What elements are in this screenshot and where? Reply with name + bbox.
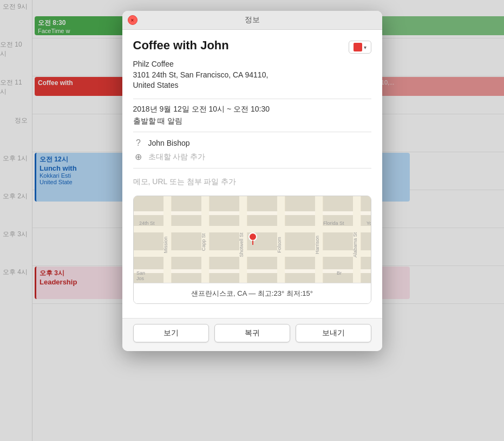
attendee-row: ? John Bishop: [133, 138, 371, 148]
close-icon: ×: [131, 17, 134, 23]
location-line2: 3101 24th St, San Francisco, CA 94110,: [133, 70, 371, 81]
notes-field[interactable]: 메모, URL 또는 첨부 파일 추가: [133, 174, 371, 190]
close-button[interactable]: ×: [128, 15, 138, 25]
add-person-icon: ⊕: [133, 152, 144, 163]
svg-text:Harrison: Harrison: [315, 236, 320, 254]
attendee-status-icon: ?: [133, 138, 144, 148]
modal-overlay: × 정보 Coffee with John ▾ Philz Coffee 310…: [0, 0, 504, 441]
event-title: Coffee with John: [133, 38, 229, 53]
modal-body: Coffee with John ▾ Philz Coffee 3101 24t…: [122, 30, 382, 318]
svg-text:Capp St: Capp St: [201, 233, 206, 251]
map-container[interactable]: Mission Capp St Shotwell St Folsom Harri…: [133, 196, 371, 304]
divider3: [133, 168, 371, 168]
svg-text:Shotwell St: Shotwell St: [239, 232, 244, 257]
chevron-down-icon: ▾: [364, 44, 366, 50]
send-button[interactable]: 보내기: [296, 324, 371, 342]
color-picker-button[interactable]: ▾: [349, 41, 371, 54]
svg-text:Mission: Mission: [163, 237, 168, 254]
svg-text:San: San: [136, 270, 145, 276]
revert-button[interactable]: 복귀: [214, 324, 290, 342]
location-line1: Philz Coffee: [133, 59, 371, 70]
event-header: Coffee with John ▾: [133, 38, 371, 54]
divider2: [133, 132, 371, 132]
svg-text:York St: York St: [366, 220, 371, 226]
location-line3: United States: [133, 80, 371, 91]
svg-point-31: [249, 233, 257, 241]
add-attendee-row[interactable]: ⊕ 초대할 사람 추가: [133, 152, 371, 163]
svg-text:Jos: Jos: [136, 276, 145, 281]
map-canvas: Mission Capp St Shotwell St Folsom Harri…: [134, 196, 371, 283]
event-location: Philz Coffee 3101 24th St, San Francisco…: [133, 59, 371, 91]
event-detail-modal: × 정보 Coffee with John ▾ Philz Coffee 310…: [122, 11, 382, 351]
svg-text:Florida St: Florida St: [323, 220, 344, 226]
svg-text:24th St: 24th St: [139, 220, 155, 226]
svg-text:Br: Br: [337, 270, 342, 276]
color-swatch: [354, 43, 362, 51]
attendee-name: John Bishop: [148, 139, 190, 147]
divider: [133, 99, 371, 99]
svg-text:Folsom: Folsom: [277, 237, 282, 253]
event-datetime: 2018년 9월 12일 오전 10시 ~ 오전 10:30: [133, 105, 371, 114]
modal-footer: 보기 복귀 보내기: [122, 318, 382, 351]
view-button[interactable]: 보기: [133, 324, 209, 342]
map-weather: 샌프란시스코, CA — 최고:23° 최저:15°: [134, 283, 371, 304]
modal-title: 정보: [245, 15, 260, 25]
modal-titlebar: × 정보: [122, 11, 382, 30]
add-attendee-label: 초대할 사람 추가: [148, 152, 206, 162]
svg-text:Alabama St: Alabama St: [352, 232, 358, 257]
event-alert: 출발할 때 알림: [133, 116, 371, 126]
map-svg: Mission Capp St Shotwell St Folsom Harri…: [134, 196, 371, 283]
